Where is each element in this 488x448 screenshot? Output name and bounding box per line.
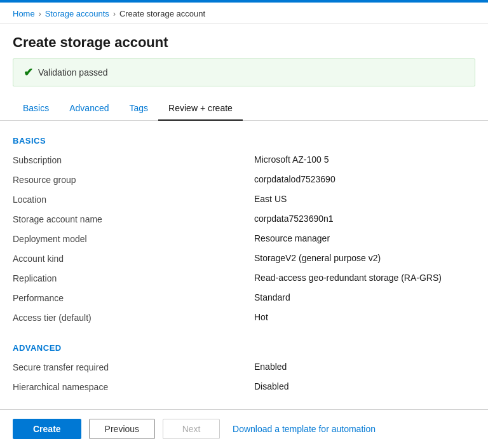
label-subscription: Subscription [13, 154, 254, 165]
previous-button[interactable]: Previous [89, 419, 155, 439]
field-secure-transfer: Secure transfer required Enabled [13, 360, 475, 374]
value-account-kind: StorageV2 (general purpose v2) [254, 253, 475, 263]
content-area: BASICS Subscription Microsoft AZ-100 5 R… [0, 121, 488, 448]
value-replication: Read-access geo-redundant storage (RA-GR… [254, 273, 475, 283]
label-access-tier: Access tier (default) [13, 312, 254, 323]
label-resource-group: Resource group [13, 174, 254, 185]
breadcrumb-current: Create storage account [119, 9, 205, 18]
breadcrumb: Home › Storage accounts › Create storage… [0, 3, 488, 24]
value-performance: Standard [254, 292, 475, 302]
label-account-kind: Account kind [13, 253, 254, 264]
field-access-tier: Access tier (default) Hot [13, 311, 475, 324]
template-download-link[interactable]: Download a template for automation [233, 424, 376, 434]
breadcrumb-sep-1: › [39, 10, 41, 18]
field-performance: Performance Standard [13, 291, 475, 304]
value-access-tier: Hot [254, 312, 475, 322]
field-resource-group: Resource group corpdatalod7523690 [13, 173, 475, 186]
tab-advanced[interactable]: Advanced [59, 97, 119, 121]
value-resource-group: corpdatalod7523690 [254, 174, 475, 184]
field-storage-account-name: Storage account name corpdata7523690n1 [13, 212, 475, 226]
field-subscription: Subscription Microsoft AZ-100 5 [13, 153, 475, 166]
page-header: Create storage account [0, 24, 488, 58]
label-deployment-model: Deployment model [13, 233, 254, 244]
field-replication: Replication Read-access geo-redundant st… [13, 271, 475, 285]
tab-tags[interactable]: Tags [119, 97, 159, 121]
breadcrumb-home[interactable]: Home [13, 9, 35, 18]
label-performance: Performance [13, 292, 254, 303]
field-location: Location East US [13, 193, 475, 206]
tab-review-create[interactable]: Review + create [158, 97, 243, 121]
breadcrumb-sep-2: › [113, 10, 116, 18]
validation-banner: ✔ Validation passed [13, 58, 475, 86]
field-account-kind: Account kind StorageV2 (general purpose … [13, 252, 475, 265]
advanced-section-header: ADVANCED [13, 343, 475, 353]
value-storage-account-name: corpdata7523690n1 [254, 214, 475, 224]
value-hierarchical-namespace: Disabled [254, 381, 475, 391]
validation-text: Validation passed [38, 67, 107, 78]
tab-basics[interactable]: Basics [13, 97, 59, 121]
tabs-bar: Basics Advanced Tags Review + create [0, 97, 488, 121]
value-deployment-model: Resource manager [254, 233, 475, 243]
label-location: Location [13, 194, 254, 205]
breadcrumb-storage-accounts[interactable]: Storage accounts [45, 9, 109, 18]
value-subscription: Microsoft AZ-100 5 [254, 154, 475, 165]
footer-bar: Create Previous Next Download a template… [0, 409, 488, 448]
label-replication: Replication [13, 273, 254, 283]
create-button[interactable]: Create [13, 419, 81, 439]
label-hierarchical-namespace: Hierarchical namespace [13, 381, 254, 392]
label-storage-account-name: Storage account name [13, 214, 254, 224]
basics-section-header: BASICS [13, 136, 475, 146]
field-hierarchical-namespace: Hierarchical namespace Disabled [13, 380, 475, 393]
field-deployment-model: Deployment model Resource manager [13, 232, 475, 245]
value-location: East US [254, 194, 475, 204]
page-title: Create storage account [13, 34, 475, 51]
next-button: Next [163, 419, 220, 439]
value-secure-transfer: Enabled [254, 362, 475, 372]
check-icon: ✔ [24, 65, 33, 79]
label-secure-transfer: Secure transfer required [13, 362, 254, 372]
